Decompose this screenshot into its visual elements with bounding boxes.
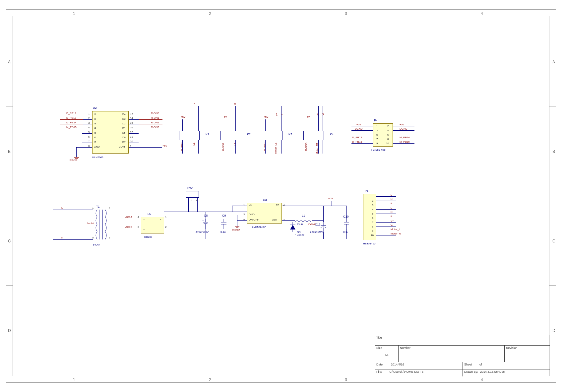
- net-dgnd: DGND: [70, 159, 78, 162]
- u2-val: ULN2003: [92, 156, 103, 159]
- u2-pin-lbl: O1: [122, 127, 126, 130]
- col-1-bot: 1: [73, 377, 75, 382]
- net-vminus: V-: [391, 224, 393, 227]
- c10-val: 0.1u: [343, 230, 348, 233]
- u2-pin-lbl: I7: [94, 141, 96, 144]
- wire: [351, 126, 373, 126]
- net-5v: +5V: [222, 115, 227, 118]
- k2-ref: K2: [247, 133, 251, 136]
- wire: [232, 206, 247, 206]
- d2-pin: 1: [165, 216, 166, 219]
- netline: [139, 115, 162, 115]
- tb-of: of: [479, 363, 482, 366]
- u3-pin-n: 1: [243, 204, 245, 207]
- u2-pin-lbl: O5: [122, 131, 126, 134]
- net-5v: +5V: [328, 197, 333, 200]
- u2-pin-lbl: I6: [94, 136, 96, 139]
- row-div: [6, 106, 13, 106]
- cap-icon: [343, 219, 350, 229]
- net-n: N: [391, 211, 393, 214]
- wire: [82, 143, 92, 143]
- t1-val: T2-02: [93, 244, 100, 247]
- p3-pin: 5: [372, 212, 373, 215]
- row-d-right: D: [552, 328, 555, 333]
- col-4-top: 4: [481, 11, 483, 16]
- net-ac9a: AC9A: [125, 216, 132, 219]
- wire: [82, 138, 92, 138]
- net-m-pb14: M_PB14: [66, 121, 77, 124]
- p3-pin: 6: [372, 217, 373, 220]
- wire: [197, 212, 232, 212]
- wire: [188, 198, 189, 212]
- d3-ref: D3: [297, 230, 301, 234]
- row-a-right: A: [552, 60, 555, 64]
- sw1-pin: 1: [186, 199, 188, 202]
- netline: [60, 124, 83, 124]
- u2-pin-lbl: O3: [122, 117, 126, 120]
- l1-val: 33uH: [297, 223, 303, 226]
- row-div: [549, 106, 556, 106]
- u3-pin-lbl: Vin: [249, 204, 252, 207]
- net-5v: +5V: [181, 115, 185, 118]
- p3-pin: 4: [372, 208, 373, 211]
- netline: [328, 201, 336, 201]
- row-div: [549, 196, 556, 196]
- t1-pin: 5: [92, 236, 94, 239]
- net-ron2: R-ON2: [151, 121, 159, 124]
- net-motor-l: Motor_L: [391, 228, 400, 231]
- col-4-bot: 4: [481, 377, 483, 382]
- tb-date-lbl: Date:: [376, 363, 384, 366]
- u3-pin-n: 3: [243, 213, 245, 216]
- net-dgnd: DGND: [232, 228, 240, 231]
- p3-pin: 1: [372, 195, 373, 198]
- tb-date: Date: 2014/4/16: [375, 362, 463, 369]
- row-c-left: C: [8, 239, 11, 243]
- net-d-pb13: D_PB13: [66, 116, 76, 119]
- col-div: [413, 376, 413, 383]
- net-m-pb14: M_PB14: [400, 136, 410, 139]
- p4-pin: 5: [376, 133, 378, 136]
- u2-pin-lbl: I5: [94, 131, 96, 134]
- u2-pin-lbl: O2: [122, 122, 126, 125]
- net-ron0: R-ON0: [151, 112, 159, 115]
- net-motor-r: Motor_R: [391, 232, 401, 235]
- row-a-left: A: [8, 60, 11, 64]
- wire: [318, 106, 319, 131]
- k3-ref: K3: [288, 133, 292, 136]
- net-ron3: R-ON3: [305, 143, 308, 151]
- u3-pin-n: 5: [243, 218, 245, 221]
- net-ron1: R-ON1: [151, 116, 159, 119]
- wire: [376, 205, 396, 205]
- wire: [240, 106, 240, 131]
- wire: [265, 119, 266, 131]
- wire: [265, 140, 266, 154]
- d2-ref: D2: [148, 212, 152, 216]
- u2-pin-lbl: I4: [94, 127, 96, 130]
- d3-val: 1N5822: [295, 234, 304, 237]
- col-div: [141, 376, 141, 383]
- p4-pin: 6: [387, 133, 389, 136]
- wire: [237, 215, 247, 215]
- wire: [351, 143, 373, 144]
- row-div: [6, 196, 13, 196]
- wire: [376, 209, 396, 210]
- tb-title-lbl: Title: [375, 335, 550, 345]
- col-2-bot: 2: [209, 377, 211, 382]
- wire: [237, 220, 247, 221]
- u2-pin-lbl: O6: [122, 136, 126, 139]
- wire: [281, 140, 281, 154]
- wire: [206, 229, 206, 239]
- wire: [282, 206, 346, 206]
- row-d-left: D: [8, 328, 11, 333]
- tb-rev-lbl: Revision: [504, 345, 550, 362]
- tb-sheet-lbl: Sheet: [464, 363, 472, 366]
- wire: [198, 140, 199, 154]
- t1-pin: 1: [92, 206, 94, 209]
- c9-val: 0.1u: [220, 230, 226, 233]
- u2-pin-lbl: COM: [119, 145, 125, 148]
- d2-pin: 3: [138, 226, 139, 229]
- wire: [282, 220, 295, 221]
- p4-pin: 4: [387, 129, 389, 132]
- wire: [293, 232, 293, 239]
- wire: [224, 212, 224, 219]
